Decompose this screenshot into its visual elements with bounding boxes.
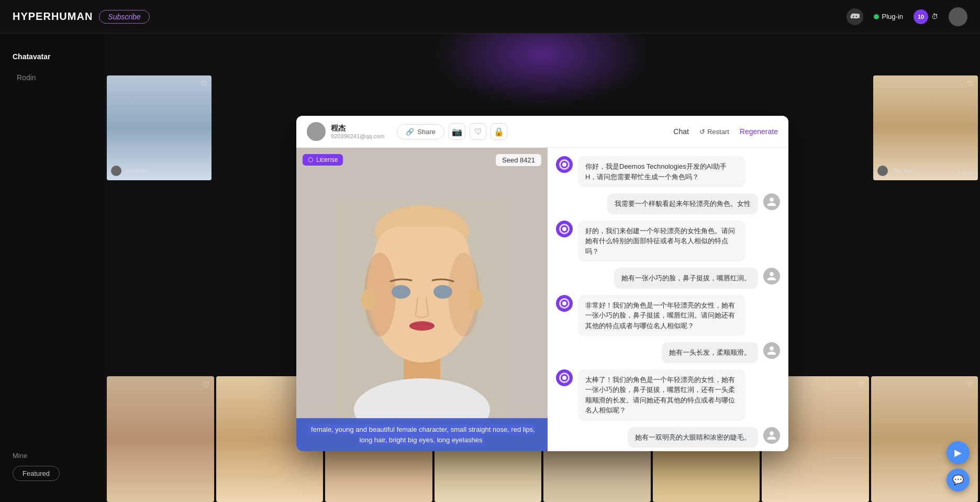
ai-icon-inner-5 — [559, 298, 570, 309]
license-icon: ⬡ — [308, 156, 313, 163]
side-heart-right[interactable]: ♡ — [967, 80, 974, 88]
user-avatar-msg-1 — [763, 193, 780, 210]
lock-button[interactable]: 🔒 — [491, 123, 507, 140]
sidebar: Chatavatar Rodin Mine Featured — [0, 34, 105, 502]
side-thumb-right[interactable]: ♡ 2 likes Chu Yue — [873, 75, 978, 180]
credits-badge: 10 — [914, 9, 928, 24]
credits-icon: ⏱ — [931, 13, 938, 20]
topnav: HYPERHUMAN Subscribe Plug-in 10 ⏱ — [0, 0, 980, 34]
msg-bubble-8: 她有一双明亮的大眼睛和浓密的睫毛。 — [628, 427, 758, 448]
credits-display: 10 ⏱ — [914, 9, 938, 24]
license-badge[interactable]: ⬡ License — [303, 154, 343, 166]
restart-icon: ↺ — [699, 128, 705, 136]
msg-bubble-5: 非常好！我们的角色是一个年轻漂亮的女性，她有一张小巧的脸，鼻子挺拔，嘴唇红润。请… — [578, 295, 745, 336]
side-face-preview-right — [873, 75, 978, 180]
discord-icon[interactable] — [847, 8, 863, 25]
msg-bubble-1: 你好，我是Deemos Technologies开发的AI助手H，请问您需要帮忙… — [578, 156, 745, 187]
description-text: female, young and beautiful female chara… — [309, 424, 535, 445]
message-row-3: 好的，我们来创建一个年轻漂亮的女性角色。请问她有什么特别的面部特征或者与名人相似… — [556, 221, 780, 262]
modal-user-avatar — [307, 122, 326, 141]
camera-icon: 📷 — [452, 127, 462, 137]
chat-icon: 💬 — [952, 474, 964, 486]
heart-icon-7[interactable]: ♡ — [858, 380, 865, 389]
lock-icon: 🔒 — [494, 127, 504, 137]
side-thumb-username-right: Chu Yue — [891, 168, 913, 174]
sidebar-item-chatavatar[interactable]: Chatavatar — [0, 46, 105, 67]
fab-chat[interactable]: 💬 — [946, 468, 970, 492]
plugin-active-dot — [874, 14, 879, 19]
message-row-6: 她有一头长发，柔顺顺滑。 — [556, 342, 780, 363]
svg-point-11 — [361, 289, 376, 310]
svg-point-9 — [433, 285, 452, 299]
character-modal: 程杰 920396241@qq.com 🔗 Share 📷 ♡ � — [296, 116, 788, 451]
description-bar: female, young and beautiful female chara… — [296, 418, 548, 451]
restart-button[interactable]: ↺ Restart — [699, 128, 729, 136]
user-avatar-msg-2 — [763, 268, 780, 285]
modal-user-info: 程杰 920396241@qq.com — [331, 124, 384, 139]
seed-badge: Seed 8421 — [496, 154, 541, 166]
video-icon: ▶ — [954, 447, 962, 459]
ai-avatar-3 — [556, 221, 573, 237]
chat-label: Chat — [673, 127, 689, 136]
message-row-7: 太棒了！我们的角色是一个年轻漂亮的女性，她有一张小巧的脸，鼻子挺拔，嘴唇红润，还… — [556, 369, 780, 421]
side-thumb-left[interactable]: ♡ prabhatr... — [107, 75, 211, 180]
message-row-5: 非常好！我们的角色是一个年轻漂亮的女性，她有一张小巧的脸，鼻子挺拔，嘴唇红润。请… — [556, 295, 780, 336]
side-thumb-user-left: prabhatr... — [111, 166, 151, 176]
msg-bubble-7: 太棒了！我们的角色是一个年轻漂亮的女性，她有一张小巧的脸，鼻子挺拔，嘴唇红润，还… — [578, 369, 745, 421]
nav-right: Plug-in 10 ⏱ — [847, 7, 967, 26]
modal-right-header: Chat ↺ Restart Regenerate — [673, 127, 778, 136]
side-thumb-user-right: Chu Yue — [877, 166, 913, 176]
user-icon-3 — [766, 345, 777, 356]
header-actions: 🔗 Share 📷 ♡ 🔒 — [397, 123, 507, 140]
ai-icon-inner-3 — [559, 224, 570, 234]
msg-bubble-4: 她有一张小巧的脸，鼻子挺拔，嘴唇红润。 — [614, 268, 758, 289]
user-icon-4 — [766, 430, 777, 441]
message-row-2: 我需要一个样貌看起来年轻漂亮的角色。女性 — [556, 193, 780, 214]
brand: HYPERHUMAN Subscribe — [13, 10, 150, 24]
ai-avatar-5 — [556, 295, 573, 312]
side-thumb-avatar-left — [111, 166, 121, 176]
side-face-preview-left — [107, 75, 211, 180]
regenerate-button[interactable]: Regenerate — [740, 127, 778, 136]
bg-glow — [438, 34, 647, 107]
modal-user-email: 920396241@qq.com — [331, 133, 384, 139]
modal-body: ⬡ License Seed 8421 — [296, 148, 788, 451]
fab-container: ▶ 💬 — [946, 441, 970, 492]
message-row-1: 你好，我是Deemos Technologies开发的AI助手H，请问您需要帮忙… — [556, 156, 780, 187]
heart-icon-modal: ♡ — [474, 127, 482, 137]
heart-icon-8[interactable]: ♡ — [967, 380, 974, 389]
face-svg — [338, 200, 506, 420]
fab-video[interactable]: ▶ — [946, 441, 970, 464]
ai-icon-inner-7 — [559, 373, 570, 383]
user-icon-2 — [766, 271, 777, 281]
credits-value: 10 — [918, 14, 924, 20]
preview-panel: ⬡ License Seed 8421 — [296, 148, 548, 451]
message-row-8: 她有一双明亮的大眼睛和浓密的睫毛。 — [556, 427, 780, 448]
svg-point-8 — [392, 285, 410, 299]
side-thumb-likes-right: 2 likes — [957, 170, 974, 176]
share-button[interactable]: 🔗 Share — [397, 124, 444, 139]
side-thumb-username-left: prabhatr... — [125, 168, 151, 174]
user-avatar[interactable] — [949, 7, 967, 26]
sidebar-item-rodin[interactable]: Rodin — [0, 67, 105, 88]
plugin-label: Plug-in — [882, 13, 903, 20]
share-icon: 🔗 — [406, 128, 414, 136]
msg-bubble-2: 我需要一个样貌看起来年轻漂亮的角色。女性 — [607, 193, 758, 214]
screenshot-button[interactable]: 📷 — [449, 123, 465, 140]
brand-title: HYPERHUMAN — [13, 10, 93, 23]
heart-icon-1[interactable]: ♡ — [203, 380, 210, 389]
share-label: Share — [417, 128, 436, 136]
ai-avatar-1 — [556, 156, 573, 173]
subscribe-button[interactable]: Subscribe — [99, 10, 149, 24]
message-row-4: 她有一张小巧的脸，鼻子挺拔，嘴唇红润。 — [556, 268, 780, 289]
sidebar-bottom: Mine Featured — [0, 443, 105, 489]
plugin-button[interactable]: Plug-in — [874, 13, 903, 20]
modal-user-name: 程杰 — [331, 124, 384, 133]
user-avatar-msg-4 — [763, 427, 780, 444]
chat-messages: 你好，我是Deemos Technologies开发的AI助手H，请问您需要帮忙… — [548, 148, 788, 451]
thumb-item-1[interactable]: ♡ — [107, 376, 214, 502]
side-heart-left[interactable]: ♡ — [201, 80, 207, 88]
like-button[interactable]: ♡ — [470, 123, 486, 140]
mine-label: Mine — [13, 452, 27, 460]
featured-button[interactable]: Featured — [13, 466, 60, 481]
